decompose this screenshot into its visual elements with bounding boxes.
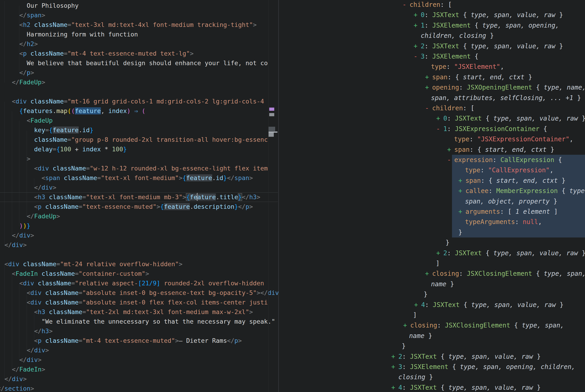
code-line[interactable]: <FadeUp	[27, 116, 53, 125]
expand-toggle-icon[interactable]: +	[425, 82, 432, 92]
code-line[interactable]: </FadeIn>	[12, 365, 45, 374]
code-line[interactable]: <FadeIn className="container-custom">	[12, 269, 149, 278]
overview-ruler-mark[interactable]	[268, 127, 275, 131]
ast-node-row[interactable]: +closing: JSXClosingElement { type, span…	[403, 320, 564, 330]
expand-toggle-icon[interactable]: +	[436, 113, 443, 124]
ast-node-row[interactable]: }	[402, 341, 406, 351]
code-line[interactable]: className="group p-8 rounded-2xl transit…	[34, 135, 268, 144]
ast-node-row[interactable]: ]	[413, 310, 417, 320]
code-line[interactable]: </div>	[19, 355, 42, 365]
expand-toggle-icon[interactable]: +	[414, 41, 421, 51]
overview-ruler-mark[interactable]	[269, 108, 274, 111]
code-line[interactable]: <p className="mt-4 text-essence-muted te…	[19, 49, 193, 58]
ast-node-row[interactable]: -expression: CallExpression {	[447, 155, 562, 165]
expand-toggle-icon[interactable]: +	[436, 248, 443, 258]
expand-toggle-icon[interactable]: +	[414, 10, 421, 20]
code-line[interactable]: </div>	[4, 374, 27, 384]
expand-toggle-icon[interactable]: +	[447, 144, 454, 155]
code-line[interactable]: key={feature.id}	[34, 125, 93, 135]
ast-node-row[interactable]: +closing: JSXClosingElement { type, span…	[425, 268, 585, 279]
ast-node-row[interactable]: +span: { start, end, ctxt }	[425, 72, 532, 82]
code-line[interactable]: <p className="mt-4 text-essence-muted">—…	[34, 336, 242, 346]
ast-node-row[interactable]: +1: JSXElement { type, span, opening,	[414, 20, 559, 30]
code-line[interactable]: delay={100 + index * 100}	[34, 144, 127, 154]
ast-node-row[interactable]: }	[446, 238, 449, 248]
code-line[interactable]: <div className="mt-16 grid grid-cols-1 m…	[12, 97, 264, 106]
ast-node-row[interactable]: +2: JSXText { type, span, value, raw }	[391, 352, 541, 362]
code-line[interactable]: </p>	[19, 68, 34, 78]
code-line[interactable]: </h2>	[19, 39, 38, 49]
expand-toggle-icon[interactable]: +	[458, 176, 465, 186]
ast-node-row[interactable]: }	[424, 289, 428, 300]
code-line[interactable]: We believe that beautiful design should …	[27, 58, 268, 68]
code-line[interactable]: </FadeUp>	[12, 78, 45, 87]
ast-node-row[interactable]: +0: JSXText { type, span, value, raw }	[414, 10, 563, 20]
code-line[interactable]: <div className="w-12 h-12 rounded-xl bg-…	[34, 164, 268, 173]
ast-node-row[interactable]: name }	[431, 279, 454, 289]
code-line[interactable]: <h3 className="text-xl font-medium mb-3"…	[34, 192, 260, 202]
collapse-toggle-icon[interactable]: -	[436, 124, 443, 134]
ast-node-row[interactable]: typeArguments: null,	[465, 217, 542, 227]
code-line[interactable]: </div>	[4, 240, 27, 250]
expand-toggle-icon[interactable]: +	[414, 300, 421, 310]
expand-toggle-icon[interactable]: +	[458, 186, 465, 196]
ast-node-row[interactable]: -3: JSXElement {	[414, 51, 478, 62]
code-line[interactable]: <p className="text-essence-muted">{featu…	[34, 202, 253, 212]
code-line[interactable]: </FadeUp>	[27, 212, 60, 221]
code-line[interactable]: </span>	[19, 10, 45, 20]
ast-node-row[interactable]: +opening: JSXOpeningElement { type, name…	[425, 82, 585, 92]
expand-toggle-icon[interactable]: +	[458, 206, 465, 217]
ast-node-row[interactable]: type: "JSXElement",	[431, 62, 504, 72]
expand-toggle-icon[interactable]: +	[425, 72, 432, 82]
jsx-source-pane[interactable]: Our Philosophy</span><h2 className="text…	[0, 0, 278, 392]
code-line[interactable]: <h2 className="text-3xl md:text-4xl font…	[19, 20, 256, 30]
ast-node-row[interactable]: +4: JSXText { type, span, value, raw }	[391, 382, 541, 392]
code-line[interactable]: ))}	[19, 221, 30, 231]
overview-ruler-mark[interactable]	[268, 133, 274, 137]
ast-node-row[interactable]: -1: JSXExpressionContainer {	[436, 124, 547, 134]
code-line[interactable]: </section>	[0, 384, 34, 392]
ast-node-row[interactable]: -children: [	[403, 0, 452, 10]
ast-node-row[interactable]: closing }	[398, 372, 433, 382]
collapse-toggle-icon[interactable]: -	[414, 51, 421, 62]
ast-node-row[interactable]: +span: { start, end, ctxt }	[447, 144, 554, 155]
collapse-toggle-icon[interactable]: -	[425, 103, 432, 113]
ast-node-row[interactable]: +callee: MemberExpression { type,	[458, 186, 585, 196]
ast-node-row[interactable]: type: "JSXExpressionContainer",	[454, 134, 573, 144]
ast-node-row[interactable]: +span: { start, end, ctxt }	[458, 176, 565, 186]
ast-tree-pane[interactable]: -children: [+0: JSXText { type, span, va…	[279, 0, 585, 392]
ast-node-row[interactable]: span, attributes, selfClosing, ... +1 }	[431, 93, 581, 103]
code-line[interactable]: {features.map((feature, index) ⇒ (	[19, 106, 145, 116]
ast-node-row[interactable]: ]	[436, 258, 440, 268]
code-line[interactable]: >	[27, 154, 30, 164]
ast-node-row[interactable]: }	[458, 227, 462, 238]
expand-toggle-icon[interactable]: +	[403, 320, 410, 330]
expand-toggle-icon[interactable]: +	[414, 20, 421, 30]
ast-node-row[interactable]: +arguments: [ 1 element ]	[458, 206, 558, 217]
collapse-toggle-icon[interactable]: -	[447, 155, 454, 165]
ast-node-row[interactable]: +2: JSXText { type, span, value, raw }	[414, 41, 563, 51]
code-line[interactable]: <h3 className="text-2xl md:text-3xl font…	[34, 307, 253, 317]
code-line[interactable]: Our Philosophy	[27, 1, 79, 10]
code-line[interactable]: <div className="mt-24 relative overflow-…	[4, 259, 182, 269]
ast-node-row[interactable]: name }	[409, 331, 432, 341]
ast-node-row[interactable]: type: "CallExpression",	[465, 165, 553, 175]
ast-node-row[interactable]: +3: JSXElement { type, span, opening, ch…	[391, 362, 575, 372]
expand-toggle-icon[interactable]: +	[425, 268, 432, 279]
code-line[interactable]: <div className="absolute inset-0 bg-esse…	[27, 288, 278, 298]
code-line[interactable]: "We eliminate the unnecessary so that th…	[42, 317, 275, 326]
code-line[interactable]: </h3>	[34, 326, 53, 336]
expand-toggle-icon[interactable]: +	[391, 362, 398, 372]
ast-node-row[interactable]: +0: JSXText { type, span, value, raw }	[436, 113, 585, 124]
code-line[interactable]: <div className="absolute inset-0 flex fl…	[27, 298, 268, 307]
ast-node-row[interactable]: span, object, property }	[465, 196, 557, 206]
code-line[interactable]: </div>	[34, 183, 56, 192]
ast-node-row[interactable]: children, closing }	[421, 30, 494, 41]
ast-node-row[interactable]: -children: [	[425, 103, 474, 113]
expand-toggle-icon[interactable]: +	[391, 352, 398, 362]
code-line[interactable]: </div>	[27, 346, 49, 355]
overview-ruler-mark[interactable]	[269, 113, 274, 116]
expand-toggle-icon[interactable]: +	[391, 382, 398, 392]
code-line[interactable]: <span className="text-xl font-medium">{f…	[42, 173, 253, 183]
code-line[interactable]: </div>	[12, 231, 34, 240]
